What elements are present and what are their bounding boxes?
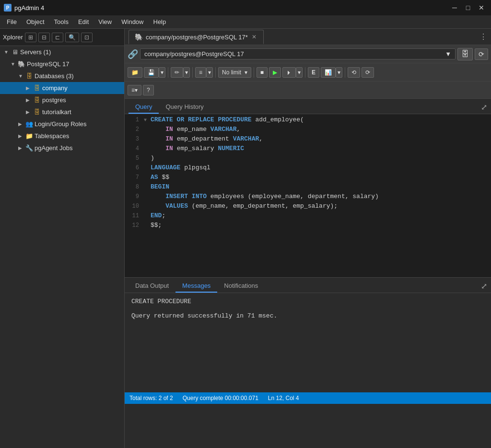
- results-content: CREATE PROCEDURE Query returned successf…: [125, 293, 491, 392]
- code-line-10: 10 VALUES (emp_name, emp_department, emp…: [125, 202, 491, 212]
- label-servers: Servers (1): [20, 48, 51, 56]
- save-dropdown: 💾 ▾: [144, 67, 165, 78]
- conn-string: company/postgres@PostgreSQL 17: [144, 50, 244, 58]
- rollback-button[interactable]: ⟳: [362, 67, 374, 78]
- conn-db-btn[interactable]: 🗄: [457, 48, 473, 60]
- tree-item-tablespaces[interactable]: ▶ 📁 Tablespaces: [0, 130, 124, 142]
- tab-more-button[interactable]: ⋮: [479, 32, 487, 41]
- sidebar-header: Xplorer ⊞ ⊟ ⊏ 🔍 ⊡: [0, 29, 124, 46]
- list-view-button[interactable]: ≡▾: [128, 85, 141, 95]
- filter-button[interactable]: ≡: [195, 67, 206, 78]
- save-button[interactable]: 💾: [144, 67, 159, 78]
- window-controls: ─ □ ✕: [449, 2, 487, 13]
- tab-close-button[interactable]: ✕: [251, 34, 257, 40]
- tree-item-postgresql[interactable]: ▼ 🐘 PostgreSQL 17: [0, 58, 124, 70]
- code-line-1: 1 ▼ CREATE OR REPLACE PROCEDURE add_empl…: [125, 116, 491, 126]
- open-file-button[interactable]: 📁: [128, 67, 142, 78]
- tab-notifications[interactable]: Notifications: [217, 280, 265, 293]
- message-line2: Query returned successfully in 71 msec.: [131, 312, 484, 319]
- icon-server: 🖥: [11, 48, 19, 56]
- menu-object[interactable]: Object: [22, 16, 49, 27]
- tab-label: company/postgres@PostgreSQL 17*: [146, 34, 248, 41]
- sidebar-btn-table[interactable]: ⊟: [38, 33, 50, 42]
- sep1: [168, 67, 168, 78]
- message-line1: CREATE PROCEDURE: [131, 298, 484, 305]
- sidebar-xplorer-label: Xplorer: [3, 34, 23, 41]
- chevron-servers: ▼: [4, 49, 11, 55]
- sidebar-btn-grid[interactable]: ⊞: [25, 33, 36, 42]
- tree-item-tutorialkart[interactable]: ▶ 🗄 tutorialkart: [0, 106, 124, 118]
- run-button[interactable]: ▶: [269, 67, 281, 78]
- line-num-5: 5: [125, 155, 144, 162]
- close-button[interactable]: ✕: [476, 2, 487, 13]
- menu-edit[interactable]: Edit: [73, 16, 94, 27]
- tab-pg-icon: 🐘: [135, 33, 143, 41]
- right-panel: 🐘 company/postgres@PostgreSQL 17* ✕ ⋮ 🔗 …: [125, 29, 491, 448]
- menu-view[interactable]: View: [94, 16, 117, 27]
- sep3: [215, 67, 216, 78]
- menu-window[interactable]: Window: [117, 16, 148, 27]
- editor-expand-button[interactable]: ⤢: [481, 103, 487, 112]
- conn-refresh-btn[interactable]: ⟳: [475, 48, 488, 60]
- menu-help[interactable]: Help: [149, 16, 171, 27]
- menu-bar: File Object Tools Edit View Window Help: [0, 15, 491, 29]
- menu-file[interactable]: File: [2, 16, 22, 27]
- conn-toolbar: 🔗 company/postgres@PostgreSQL 17 ▼ 🗄 ⟳: [125, 45, 491, 63]
- minimize-button[interactable]: ─: [449, 2, 460, 13]
- code-line-3: 3 IN emp_department VARCHAR,: [125, 135, 491, 145]
- tab-query[interactable]: Query: [129, 101, 159, 114]
- menu-tools[interactable]: Tools: [49, 16, 73, 27]
- conn-select[interactable]: company/postgres@PostgreSQL 17 ▼: [140, 48, 456, 59]
- line-num-6: 6: [125, 165, 144, 171]
- label-login: Login/Group Roles: [35, 120, 86, 128]
- line-num-8: 8: [125, 184, 144, 190]
- code-line-8: 8 BEGIN: [125, 183, 491, 193]
- tree-item-company[interactable]: ▶ 🗄 company: [0, 82, 124, 94]
- stop-button[interactable]: ■: [257, 67, 268, 78]
- status-cursor: Ln 12, Col 4: [268, 395, 299, 401]
- tab-data-output[interactable]: Data Output: [129, 280, 175, 293]
- macro-button[interactable]: ✏: [171, 67, 183, 78]
- tree-item-postgres[interactable]: ▶ 🗄 postgres: [0, 94, 124, 106]
- chevron-postgresql: ▼: [11, 61, 17, 67]
- status-query-complete: Query complete 00:00:00.071: [183, 395, 258, 401]
- tree-item-servers[interactable]: ▼ 🖥 Servers (1): [0, 46, 124, 58]
- main-layout: Xplorer ⊞ ⊟ ⊏ 🔍 ⊡ ▼ 🖥 Servers (1) ▼ 🐘 Po…: [0, 29, 491, 448]
- label-postgresql: PostgreSQL 17: [27, 60, 69, 68]
- macro-arrow-button[interactable]: ▾: [183, 67, 190, 78]
- analyze-button[interactable]: 📊: [321, 67, 336, 78]
- code-line-11: 11 END;: [125, 212, 491, 222]
- tab-messages[interactable]: Messages: [175, 280, 217, 293]
- app-icon: P: [4, 4, 12, 12]
- line-num-3: 3: [125, 136, 144, 142]
- line-content-4: IN emp_salary NUMERIC: [151, 145, 491, 152]
- analyze-arrow-button[interactable]: ▾: [336, 67, 342, 78]
- code-line-2: 2 IN emp_name VARCHAR,: [125, 126, 491, 135]
- sidebar-btn-terminal[interactable]: ⊡: [81, 33, 93, 42]
- code-editor[interactable]: 1 ▼ CREATE OR REPLACE PROCEDURE add_empl…: [125, 114, 491, 277]
- run2-button[interactable]: ⏵: [282, 67, 296, 78]
- run-dropdown: ⏵ ▾: [282, 67, 303, 78]
- line-content-12: $$;: [151, 222, 491, 229]
- sidebar-btn-col[interactable]: ⊏: [52, 33, 63, 42]
- maximize-button[interactable]: □: [462, 2, 474, 13]
- filter-arrow-button[interactable]: ▾: [206, 67, 213, 78]
- tree-item-pgagent[interactable]: ▶ 🔧 pgAgent Jobs: [0, 142, 124, 154]
- help-button[interactable]: ?: [143, 85, 154, 95]
- tree-item-login[interactable]: ▶ 👥 Login/Group Roles: [0, 118, 124, 130]
- sidebar-btn-search[interactable]: 🔍: [65, 33, 79, 42]
- line-num-1: 1: [125, 117, 144, 123]
- results-expand-button[interactable]: ⤢: [481, 282, 487, 291]
- run-arrow-button[interactable]: ▾: [296, 67, 303, 78]
- toolbar2: ≡▾ ?: [125, 82, 491, 99]
- commit-button[interactable]: ⟲: [348, 67, 360, 78]
- save-arrow-button[interactable]: ▾: [159, 67, 165, 78]
- query-tab-company[interactable]: 🐘 company/postgres@PostgreSQL 17* ✕: [129, 30, 264, 44]
- tab-query-history[interactable]: Query History: [159, 101, 210, 114]
- label-postgres: postgres: [42, 96, 66, 104]
- explain-button[interactable]: E: [308, 67, 319, 78]
- limit-button[interactable]: No limit ▾: [218, 67, 251, 78]
- tree-item-databases[interactable]: ▼ 🗄 Databases (3): [0, 70, 124, 82]
- sep5: [305, 67, 305, 78]
- line-num-10: 10: [125, 203, 144, 210]
